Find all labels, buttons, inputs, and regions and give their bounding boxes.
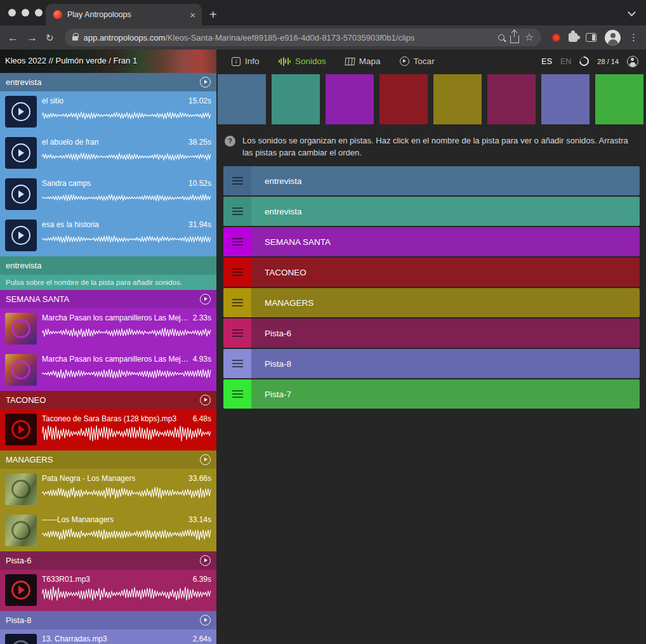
close-tab-icon[interactable]: ×	[190, 10, 195, 20]
track-header[interactable]: MANAGERS	[0, 450, 216, 469]
drag-handle[interactable]	[223, 288, 251, 317]
clip-thumbnail[interactable]	[5, 313, 37, 345]
play-track-icon[interactable]	[200, 615, 211, 626]
window-controls[interactable]	[8, 9, 43, 16]
clip-thumbnail[interactable]	[5, 473, 37, 505]
clip-thumbnail[interactable]	[5, 574, 37, 606]
track-swatch[interactable]	[433, 74, 482, 124]
drag-handle[interactable]	[223, 319, 251, 348]
track-row[interactable]: entrevista	[223, 197, 640, 226]
reload-button[interactable]: ↻	[46, 32, 54, 43]
clip-waveform	[42, 324, 211, 341]
track-swatch[interactable]	[326, 74, 374, 124]
address-bar[interactable]: app.antropoloops.com/Kleos-Santa-Marina/…	[65, 29, 541, 46]
account-icon[interactable]	[627, 56, 638, 67]
track-swatch[interactable]	[541, 74, 590, 124]
minimize-window-button[interactable]	[22, 9, 29, 16]
main-panel: ? Los sonidos se organizan en pistas. Ha…	[216, 73, 646, 644]
clip[interactable]: Marcha Pasan los campanilleros Las Mejor…	[0, 350, 216, 391]
close-window-button[interactable]	[8, 9, 16, 16]
project-banner[interactable]: Kleos 2022 // Pulmón verde / Fran 1	[0, 49, 216, 73]
clip[interactable]: esa es la historia31.94s	[0, 215, 216, 256]
track-swatch[interactable]	[487, 74, 536, 124]
nav-info[interactable]: i Info	[232, 56, 260, 66]
drag-handle-icon	[232, 332, 243, 334]
forward-button[interactable]: →	[27, 32, 37, 43]
drag-handle[interactable]	[223, 227, 251, 256]
track-row[interactable]: SEMANA SANTA	[223, 227, 640, 256]
track-header[interactable]: TACONEO	[0, 391, 216, 409]
browser-tab[interactable]: Play Antropoloops ×	[46, 4, 202, 25]
drag-handle[interactable]	[223, 166, 251, 195]
bookmark-star-icon[interactable]: ☆	[525, 32, 534, 43]
clip-thumbnail[interactable]	[5, 515, 37, 546]
play-track-icon[interactable]	[200, 294, 211, 305]
clip-play-button[interactable]	[5, 178, 37, 210]
track-row[interactable]: Pista-8	[223, 349, 640, 378]
clip[interactable]: Pata Negra - Los Managers33.66s	[0, 469, 216, 510]
drag-handle[interactable]	[223, 349, 251, 378]
lang-es-button[interactable]: ES	[541, 57, 552, 66]
track-swatch[interactable]	[379, 74, 428, 124]
drag-handle[interactable]	[223, 379, 251, 409]
clip-thumbnail[interactable]	[5, 634, 37, 644]
clip-play-button[interactable]	[5, 220, 37, 251]
drag-handle[interactable]	[223, 197, 251, 226]
clip-waveform	[42, 586, 211, 602]
zoom-icon[interactable]	[498, 34, 504, 41]
zoom-window-button[interactable]	[35, 9, 43, 16]
track-row[interactable]: TACONEO	[223, 258, 640, 287]
drag-handle-icon	[232, 180, 243, 181]
track-header[interactable]: Pista-6	[0, 551, 216, 570]
track-header[interactable]: SEMANA SANTA	[0, 290, 216, 308]
nav-mapa[interactable]: Mapa	[345, 56, 381, 66]
track-header[interactable]: entrevista	[0, 73, 216, 91]
clip-waveform	[42, 148, 211, 165]
track-swatch[interactable]	[272, 74, 320, 124]
clip[interactable]: 13. Charradas.mp32.64s	[0, 629, 216, 644]
track-swatch[interactable]	[595, 74, 643, 124]
url-host: app.antropoloops.com	[84, 33, 166, 43]
track-row[interactable]: Pista-6	[223, 319, 640, 348]
clip[interactable]: el sitio15.02s	[0, 91, 216, 133]
record-extension-icon[interactable]	[552, 34, 560, 42]
track-row[interactable]: entrevista	[223, 166, 640, 195]
extensions-puzzle-icon[interactable]	[569, 33, 577, 42]
url-text[interactable]: app.antropoloops.com/Kleos-Santa-Marina/…	[84, 33, 492, 43]
clip-thumbnail[interactable]	[5, 354, 37, 386]
clip[interactable]: Taconeo de Sara Baras (128 kbps).mp36.48…	[0, 409, 216, 450]
tab-search-chevron-icon[interactable]	[628, 8, 636, 16]
track-swatch[interactable]	[218, 74, 266, 124]
play-track-icon[interactable]	[200, 555, 211, 566]
new-tab-button[interactable]: +	[209, 8, 217, 21]
track-row[interactable]: MANAGERS	[223, 288, 640, 317]
track-header[interactable]: entrevista	[0, 256, 216, 275]
back-button[interactable]: ←	[8, 32, 18, 43]
drag-handle[interactable]	[223, 258, 251, 287]
clip-name: Pata Negra - Los Managers	[42, 474, 135, 483]
clip[interactable]: Sandra camps10.52s	[0, 174, 216, 215]
track-header[interactable]: Pista-8	[0, 611, 216, 629]
nav-sonidos[interactable]: Sonidos	[279, 56, 326, 67]
loading-ring-icon	[577, 55, 591, 68]
clip-play-button[interactable]	[5, 96, 37, 128]
share-icon[interactable]	[510, 36, 519, 43]
clip[interactable]: T633R01.mp36.39s	[0, 570, 216, 611]
play-track-icon[interactable]	[200, 395, 211, 405]
clip[interactable]: ------Los Mananagers33.14s	[0, 510, 216, 551]
profile-avatar[interactable]	[605, 30, 621, 46]
clip-play-button[interactable]	[5, 137, 37, 169]
clip[interactable]: el abuelo de fran38.25s	[0, 133, 216, 174]
play-track-icon[interactable]	[200, 77, 211, 88]
clip-waveform	[42, 365, 211, 382]
browser-menu-icon[interactable]: ⋮	[629, 32, 638, 43]
play-track-icon[interactable]	[200, 454, 211, 465]
drag-handle-icon	[232, 302, 243, 303]
nav-tocar[interactable]: Tocar	[400, 56, 435, 66]
side-panel-icon[interactable]	[586, 33, 597, 42]
clip[interactable]: Marcha Pasan los campanilleros Las Mejor…	[0, 308, 216, 350]
breadcrumb[interactable]: Kleos 2022 // Pulmón verde / Fran 1	[5, 56, 137, 65]
track-row[interactable]: Pista-7	[223, 379, 640, 409]
lang-en-button[interactable]: EN	[560, 57, 571, 66]
clip-thumbnail[interactable]	[5, 414, 37, 445]
